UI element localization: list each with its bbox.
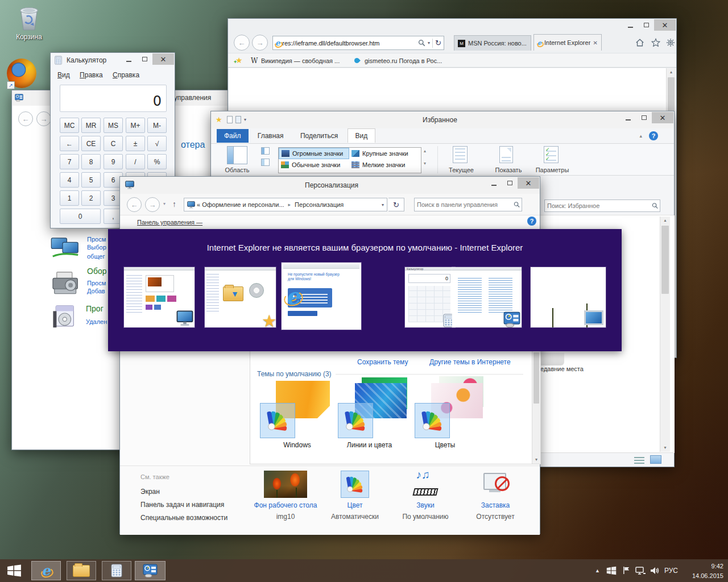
menu-view[interactable]: Вид — [57, 71, 70, 79]
scroll-up-icon[interactable]: ▴ — [660, 217, 670, 225]
key-2[interactable]: 2 — [81, 190, 101, 206]
minimize-button[interactable] — [622, 19, 638, 31]
scroll-up-icon[interactable]: ▴ — [667, 68, 676, 76]
maximize-button[interactable] — [636, 112, 652, 123]
programs-link-1[interactable]: Удален — [86, 318, 107, 325]
key-9[interactable]: 9 — [104, 154, 123, 169]
help-icon[interactable]: ? — [649, 131, 658, 140]
sidebar-link-taskbar[interactable]: Панель задач и навигация — [140, 501, 224, 509]
forward-button[interactable]: → — [145, 197, 160, 212]
network-link-2[interactable]: Выбор — [87, 244, 106, 251]
taskbar-item-control-panel[interactable] — [135, 561, 166, 580]
key-mc[interactable]: MC — [60, 118, 79, 133]
key-c[interactable]: C — [104, 136, 123, 151]
ribbon-tab-share[interactable]: Поделиться — [293, 129, 345, 143]
theme-flowers-label[interactable]: Цветы — [412, 441, 478, 449]
pane-option-icon[interactable] — [261, 147, 270, 155]
taskbar-item-ie[interactable]: e — [31, 561, 61, 580]
favorites-bar-link-gismeteo[interactable]: gismeteo.ru Погода в Рос... — [365, 57, 442, 64]
qat-dropdown-icon[interactable]: ▾ — [244, 117, 246, 122]
back-button[interactable]: ← — [127, 197, 142, 212]
forward-button[interactable]: → — [36, 111, 51, 126]
back-button[interactable]: ← — [234, 35, 250, 51]
favorites-search-box[interactable] — [544, 199, 660, 212]
hardware-link-2[interactable]: Добав — [87, 288, 105, 294]
favorites-titlebar[interactable]: ★ ▾ Избранное ✕ — [211, 111, 674, 128]
forward-button[interactable]: → — [252, 35, 268, 51]
tray-volume-icon[interactable] — [650, 566, 660, 575]
favorites-bar-link-wikipedia[interactable]: Википедия — свободная ... — [261, 57, 340, 64]
breadcrumb-root[interactable]: « Оформление и персонали... — [197, 201, 284, 208]
more-themes-link[interactable]: Другие темы в Интернете — [429, 358, 511, 366]
history-dropdown-icon[interactable]: ▾ — [163, 201, 166, 206]
printer-category-icon[interactable] — [50, 271, 82, 297]
favorites-star-icon[interactable] — [651, 38, 660, 47]
scroll-down-icon[interactable]: ▾ — [660, 444, 670, 452]
switcher-thumb-explorer[interactable]: ▼ ★ — [205, 267, 276, 327]
tab-close-icon[interactable]: ✕ — [593, 40, 598, 46]
key-backspace[interactable]: ← — [60, 136, 79, 151]
breadcrumb[interactable]: « Оформление и персонали... ▸ Персонализ… — [184, 198, 387, 211]
key-ce[interactable]: CE — [81, 136, 101, 151]
save-theme-link[interactable]: Сохранить тему — [357, 358, 408, 366]
personalization-titlebar[interactable]: Персонализация ✕ — [120, 177, 540, 194]
add-favorite-star-icon[interactable]: ★+ — [235, 56, 243, 65]
qat-doc-icon[interactable] — [227, 116, 233, 123]
key-percent[interactable]: % — [147, 154, 167, 169]
programs-category-header[interactable]: Прог — [86, 304, 104, 313]
switcher-thumb-control-panel[interactable] — [452, 267, 522, 327]
key-ms[interactable]: MS — [104, 118, 123, 133]
ribbon-tab-view[interactable]: Вид — [348, 128, 376, 143]
desktop-background-thumbnail[interactable] — [264, 471, 307, 498]
breadcrumb-dropdown-icon[interactable]: ▾ — [382, 202, 384, 207]
taskbar-item-explorer[interactable] — [67, 561, 96, 580]
key-mr[interactable]: MR — [81, 118, 101, 133]
hardware-link-1[interactable]: Просм — [87, 280, 106, 286]
key-sqrt[interactable]: √ — [147, 136, 167, 151]
menu-edit[interactable]: Правка — [80, 71, 103, 79]
scrollbar-thumb[interactable] — [661, 226, 669, 294]
theme-flowers-item[interactable] — [415, 403, 450, 438]
switcher-thumb-ie-selected[interactable]: Не пропустите новый браузер для Windows!… — [282, 263, 361, 330]
maximize-button[interactable] — [638, 19, 654, 31]
key-divide[interactable]: / — [126, 154, 145, 169]
tray-network-icon[interactable] — [635, 566, 646, 575]
menu-help[interactable]: Справка — [113, 71, 139, 79]
key-mminus[interactable]: M- — [147, 118, 167, 133]
key-mplus[interactable]: M+ — [126, 118, 145, 133]
maximize-button[interactable] — [502, 177, 518, 189]
home-icon[interactable] — [635, 38, 644, 47]
view-list-scroll-up-icon[interactable]: ▴ — [424, 148, 426, 153]
view-option-list[interactable]: Список — [279, 171, 349, 173]
up-button[interactable]: ↑ — [172, 199, 176, 209]
navigation-pane-label[interactable]: Область — [219, 167, 255, 173]
close-button[interactable]: ✕ — [518, 177, 539, 189]
view-option-table[interactable]: Таблица — [349, 171, 417, 173]
ribbon-tab-home[interactable]: Главная — [250, 129, 291, 143]
help-icon[interactable]: ? — [527, 217, 536, 226]
ie-titlebar[interactable]: ✕ — [228, 19, 676, 32]
key-1[interactable]: 1 — [60, 190, 79, 206]
qat-star-icon[interactable]: ★ — [216, 115, 222, 124]
themes-scrollbar[interactable]: ▾ — [532, 351, 540, 464]
key-4[interactable]: 4 — [60, 172, 79, 188]
tray-language-indicator[interactable]: РУС — [664, 567, 678, 575]
ie-tab-msn[interactable]: M MSN Россия: ново... — [454, 35, 531, 51]
options-label[interactable]: Параметры — [534, 167, 570, 173]
breadcrumb-current[interactable]: Персонализация — [295, 201, 344, 208]
ribbon-collapse-icon[interactable]: ▴ — [639, 133, 642, 139]
calculator-titlebar[interactable]: Калькулятор ✕ — [51, 53, 175, 68]
sounds-setting-icon[interactable]: ♪♫ — [411, 471, 440, 498]
search-icon[interactable] — [418, 39, 425, 47]
view-option-small[interactable]: Мелкие значки — [349, 159, 417, 171]
ie-tab-active[interactable]: e Internet Explorer... ✕ — [533, 34, 602, 51]
gear-icon[interactable] — [666, 38, 675, 47]
search-input[interactable] — [545, 200, 652, 211]
panel-home-link-fragment[interactable]: Панель управления — — [137, 219, 202, 226]
minimize-button[interactable] — [121, 53, 136, 65]
hardware-category-header[interactable]: Обор — [87, 267, 106, 276]
address-bar[interactable]: e res://ieframe.dll/defaultbrowser.htm ▾… — [272, 36, 444, 50]
ribbon-tab-file[interactable]: Файл — [217, 129, 249, 143]
network-category-icon[interactable] — [49, 235, 82, 259]
tray-windows-icon[interactable] — [606, 566, 617, 575]
